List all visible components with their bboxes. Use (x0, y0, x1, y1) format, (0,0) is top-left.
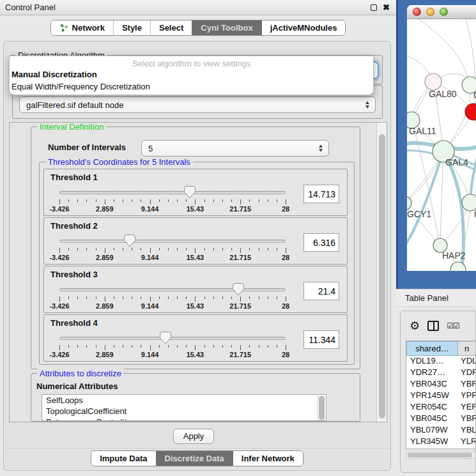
slider-scale-labels: -3.4262.8599.14415.4321.71528 (59, 302, 286, 311)
interval-definition-title: Interval Definition (37, 122, 106, 132)
slider-ticks (59, 248, 286, 253)
slider-ticks (59, 199, 286, 204)
attribute-item-selfloops[interactable]: SelfLoops (42, 395, 326, 406)
cell-shared-name[interactable]: YDL19… (406, 356, 458, 367)
column-header-shared-name[interactable]: shared… (406, 341, 458, 356)
table-row[interactable]: YBR043CYBR0 (406, 379, 476, 390)
table-row[interactable]: YBR045CYBR0 (406, 413, 476, 425)
network-window: GAL80GACGAL11GAL4GCY1HHAP2 (407, 5, 476, 271)
cell-shared-name[interactable]: YBR043C (406, 379, 458, 390)
apply-button[interactable]: Apply (173, 429, 214, 444)
network-window-titlebar (407, 5, 476, 19)
checkbox-icons[interactable]: ☑☑ (447, 321, 459, 330)
split-columns-icon[interactable] (427, 321, 439, 331)
network-view-frame: GAL80GACGAL11GAL4GCY1HHAP2 (396, 0, 476, 289)
threshold-label: Threshold 2 (50, 221, 98, 231)
pane-vertical-scrollbar[interactable] (376, 123, 387, 422)
table-panel: ⚙ ☑☑ shared… n YDL19…YDL1YDR27…YDR2YBR04… (400, 311, 476, 473)
cyni-toolbox-panel: Discretization Algorithm Select algorith… (3, 41, 391, 471)
bottom-tab-label: Impute Data (100, 454, 147, 463)
stepper-icon (319, 144, 323, 152)
algorithm-option-manual[interactable]: Manual Discretization (10, 68, 373, 81)
slider-ticks (59, 345, 286, 350)
bottom-tab-label: Discretize Data (165, 454, 224, 463)
cell-shared-name[interactable]: YER054C (406, 402, 458, 413)
cell-name[interactable]: YDL1 (458, 356, 476, 367)
slider-track[interactable] (59, 288, 286, 291)
cell-shared-name[interactable]: YPR145W (406, 390, 458, 402)
tab-cyni-toolbox[interactable]: Cyni Toolbox (192, 20, 261, 35)
slider-track[interactable] (59, 337, 286, 340)
threshold-label: Threshold 3 (50, 270, 98, 279)
cell-name[interactable]: YIL0 (458, 448, 476, 449)
threshold-value-field[interactable] (303, 185, 339, 203)
gear-icon[interactable]: ⚙ (410, 320, 420, 332)
threshold-box-3: Threshold 3-3.4262.8599.14415.4321.71528 (43, 266, 348, 313)
tab-jactivemnodules[interactable]: jActiveMNodules (261, 20, 346, 35)
table-row[interactable]: YBL079WYBL0 (406, 425, 476, 436)
top-tab-bar: NetworkStyleSelectCyni ToolboxjActiveMNo… (0, 20, 396, 36)
tab-select[interactable]: Select (150, 20, 192, 35)
node-label: GA (473, 90, 476, 100)
cell-shared-name[interactable]: YBR045C (406, 413, 458, 425)
attributes-title: Attributes to discretize (37, 369, 124, 378)
table-row[interactable]: YDL19…YDL1 (406, 356, 476, 367)
table-row[interactable]: YIL052CYIL0 (406, 448, 476, 449)
threshold-value-field[interactable] (303, 282, 339, 300)
slider-track[interactable] (59, 240, 286, 243)
cell-name[interactable]: YER0 (458, 402, 476, 413)
cell-name[interactable]: YBR0 (458, 413, 476, 425)
zoom-traffic-light-icon[interactable] (440, 8, 448, 16)
node-table[interactable]: shared… n YDL19…YDL1YDR27…YDR2YBR043CYBR… (406, 341, 476, 449)
table-horizontal-scrollbar[interactable] (406, 452, 476, 459)
close-traffic-light-icon[interactable] (413, 8, 421, 16)
tab-network[interactable]: Network (51, 20, 113, 35)
attributes-list-scrollbar[interactable] (317, 395, 325, 421)
attribute-item-betweennesscentrality[interactable]: BetweennessCentrality (42, 417, 326, 421)
tab-style[interactable]: Style (113, 20, 150, 35)
bottom-tab-impute-data[interactable]: Impute Data (91, 451, 155, 466)
table-row[interactable]: YLR345WYLR3 (406, 436, 476, 448)
close-icon[interactable]: ✖ (383, 4, 390, 11)
threshold-label: Threshold 4 (50, 318, 98, 328)
cell-name[interactable]: YPR1 (458, 390, 476, 402)
attribute-item-topologicalcoefficient[interactable]: TopologicalCoefficient (42, 406, 326, 417)
float-window-icon[interactable] (371, 4, 377, 11)
bottom-tab-discretize-data[interactable]: Discretize Data (156, 451, 233, 466)
threshold-box-4: Threshold 4-3.4262.8599.14415.4321.71528 (43, 314, 348, 362)
cell-name[interactable]: YLR3 (458, 436, 476, 448)
column-header-name[interactable]: n (458, 341, 476, 356)
cell-name[interactable]: YBL0 (458, 425, 476, 436)
table-row[interactable]: YPR145WYPR1 (406, 390, 476, 402)
table-row[interactable]: YER054CYER0 (406, 402, 476, 413)
slider-scale-labels: -3.4262.8599.14415.4321.71528 (59, 254, 286, 262)
slider-track[interactable] (59, 191, 286, 194)
network-node-c[interactable] (465, 104, 476, 120)
numerical-attributes-list[interactable]: SelfLoopsTopologicalCoefficientBetweenne… (42, 394, 326, 421)
number-of-intervals-combo[interactable]: 5 (141, 140, 329, 157)
bottom-tab-label: Infer Network (242, 454, 295, 463)
stepper-icon (365, 101, 369, 109)
threshold-box-1: Threshold 1-3.4262.8599.14415.4321.71528 (43, 169, 348, 216)
divider (4, 448, 390, 449)
cell-name[interactable]: YDR2 (458, 367, 476, 379)
cell-shared-name[interactable]: YBL079W (406, 425, 458, 436)
network-node-gal80[interactable] (425, 73, 441, 90)
node-label: GCY1 (407, 209, 431, 219)
slider-scale-labels: -3.4262.8599.14415.4321.71528 (59, 351, 286, 359)
threshold-value-field[interactable] (303, 233, 339, 252)
algorithm-option-equal-width[interactable]: Equal Width/Frequency Discretization (10, 81, 373, 93)
cell-shared-name[interactable]: YIL052C (406, 448, 458, 449)
cell-shared-name[interactable]: YLR345W (406, 436, 458, 448)
network-canvas[interactable]: GAL80GACGAL11GAL4GCY1HHAP2 (407, 19, 476, 271)
bottom-tab-infer-network[interactable]: Infer Network (233, 451, 303, 466)
algorithm-hint-option[interactable]: Select algorithm to view settings (10, 59, 373, 68)
cell-name[interactable]: YBR0 (458, 379, 476, 390)
table-data-combo[interactable]: galFiltered.sif default node (19, 96, 376, 113)
table-row[interactable]: YDR27…YDR2 (406, 367, 476, 379)
network-node-gcy1[interactable] (407, 196, 411, 210)
minimize-traffic-light-icon[interactable] (426, 8, 434, 16)
cell-shared-name[interactable]: YDR27… (406, 367, 458, 379)
threshold-value-field[interactable] (303, 330, 339, 349)
tab-label: jActiveMNodules (270, 23, 337, 33)
